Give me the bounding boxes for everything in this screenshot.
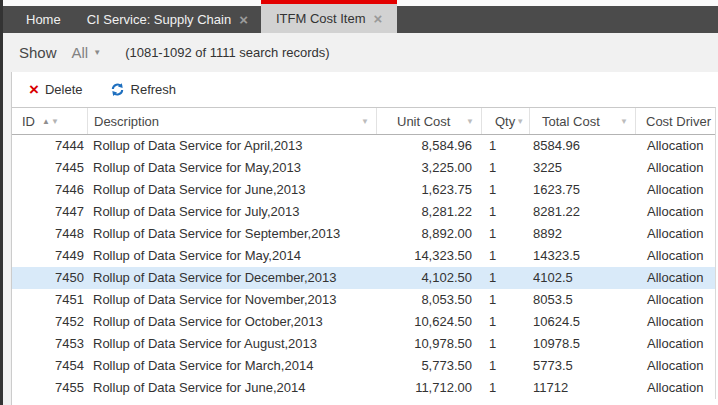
table-row[interactable]: 7454Rollup of Data Service for March,201… bbox=[12, 355, 715, 377]
column-header-qty[interactable]: Qty▼ bbox=[481, 108, 529, 134]
cell-id: 7452 bbox=[12, 311, 87, 333]
filter-icon[interactable]: ▼ bbox=[361, 117, 369, 126]
cell-cost_driver: Allocation bbox=[635, 377, 715, 399]
table-row-selected[interactable]: 7450Rollup of Data Service for December,… bbox=[12, 267, 715, 289]
cell-unit_cost: 11,712.00 bbox=[376, 377, 481, 399]
column-header-description[interactable]: Description▼ bbox=[87, 108, 376, 134]
cell-total_cost: 3225 bbox=[529, 157, 635, 179]
column-label: Description bbox=[94, 114, 159, 129]
cell-unit_cost: 14,323.50 bbox=[376, 245, 481, 267]
records-count: (1081-1092 of 1111 search records) bbox=[125, 45, 330, 60]
table-row[interactable]: 7448Rollup of Data Service for September… bbox=[12, 223, 715, 245]
cell-total_cost: 8281.22 bbox=[529, 201, 635, 223]
cell-unit_cost: 3,225.00 bbox=[376, 157, 481, 179]
delete-x-icon: × bbox=[29, 81, 39, 98]
cell-qty: 1 bbox=[481, 289, 529, 311]
refresh-icon bbox=[110, 82, 125, 97]
tab-home[interactable]: Home bbox=[13, 6, 74, 33]
table-row[interactable]: 7452Rollup of Data Service for October,2… bbox=[12, 311, 715, 333]
cell-id: 7446 bbox=[12, 179, 87, 201]
column-label: Unit Cost bbox=[397, 114, 450, 129]
cell-total_cost: 8892 bbox=[529, 223, 635, 245]
cell-description: Rollup of Data Service for November,2013 bbox=[87, 289, 376, 311]
cell-qty: 1 bbox=[481, 333, 529, 355]
tab-label: ITFM Cost Item bbox=[276, 11, 366, 26]
cell-cost_driver: Allocation bbox=[635, 157, 715, 179]
table-row[interactable]: 7451Rollup of Data Service for November,… bbox=[12, 289, 715, 311]
cell-total_cost: 14323.5 bbox=[529, 245, 635, 267]
cell-cost_driver: Allocation bbox=[635, 267, 715, 289]
cell-id: 7450 bbox=[12, 267, 87, 289]
cell-description: Rollup of Data Service for October,2013 bbox=[87, 311, 376, 333]
grid-header-row: ID▲▼Description▼Unit Cost▼Qty▼Total Cost… bbox=[12, 108, 715, 135]
cell-description: Rollup of Data Service for August,2013 bbox=[87, 333, 376, 355]
delete-button[interactable]: × Delete bbox=[29, 81, 83, 98]
cell-id: 7454 bbox=[12, 355, 87, 377]
sort-desc-icon[interactable]: ▼ bbox=[51, 117, 59, 126]
result-bar: Show All ▼ (1081-1092 of 1111 search rec… bbox=[3, 33, 718, 72]
table-row[interactable]: 7453Rollup of Data Service for August,20… bbox=[12, 333, 715, 355]
tab-label: CI Service: Supply Chain bbox=[87, 12, 232, 27]
content-panel: × Delete Refresh ID▲▼Description▼Unit Co… bbox=[11, 72, 718, 405]
cell-total_cost: 11712 bbox=[529, 377, 635, 399]
tab-bar: HomeCI Service: Supply Chain×ITFM Cost I… bbox=[3, 0, 718, 33]
toolbar: × Delete Refresh bbox=[12, 72, 718, 107]
cell-id: 7448 bbox=[12, 223, 87, 245]
cell-qty: 1 bbox=[481, 157, 529, 179]
table-row[interactable]: 7445Rollup of Data Service for May,20133… bbox=[12, 157, 715, 179]
filter-icon[interactable]: ▼ bbox=[516, 117, 524, 126]
cell-description: Rollup of Data Service for July,2013 bbox=[87, 201, 376, 223]
show-range-dropdown[interactable]: All bbox=[72, 44, 89, 61]
tab-bar-tabs: HomeCI Service: Supply Chain×ITFM Cost I… bbox=[3, 0, 718, 33]
dropdown-arrow-icon[interactable]: ▼ bbox=[93, 48, 101, 57]
cell-id: 7444 bbox=[12, 135, 87, 157]
filter-icon[interactable]: ▼ bbox=[466, 117, 474, 126]
column-header-total_cost[interactable]: Total Cost▼ bbox=[529, 108, 635, 134]
delete-button-label: Delete bbox=[45, 82, 83, 97]
cell-unit_cost: 10,978.50 bbox=[376, 333, 481, 355]
cell-unit_cost: 8,892.00 bbox=[376, 223, 481, 245]
tab-label: Home bbox=[26, 12, 61, 27]
table-row[interactable]: 7447Rollup of Data Service for July,2013… bbox=[12, 201, 715, 223]
cell-unit_cost: 5,773.50 bbox=[376, 355, 481, 377]
table-row[interactable]: 7446Rollup of Data Service for June,2013… bbox=[12, 179, 715, 201]
cell-cost_driver: Allocation bbox=[635, 245, 715, 267]
table-row[interactable]: 7455Rollup of Data Service for June,2014… bbox=[12, 377, 715, 399]
table-row[interactable]: 7449Rollup of Data Service for May,20141… bbox=[12, 245, 715, 267]
close-icon[interactable]: × bbox=[374, 11, 383, 26]
cell-total_cost: 5773.5 bbox=[529, 355, 635, 377]
cell-total_cost: 10624.5 bbox=[529, 311, 635, 333]
grid-body: 7444Rollup of Data Service for April,201… bbox=[12, 135, 715, 399]
cell-total_cost: 1623.75 bbox=[529, 179, 635, 201]
tab-itfm-cost-item[interactable]: ITFM Cost Item× bbox=[261, 0, 397, 33]
cell-qty: 1 bbox=[481, 135, 529, 157]
cell-id: 7449 bbox=[12, 245, 87, 267]
cell-description: Rollup of Data Service for June,2014 bbox=[87, 377, 376, 399]
cell-description: Rollup of Data Service for December,2013 bbox=[87, 267, 376, 289]
column-header-cost_driver[interactable]: Cost Driver bbox=[635, 108, 715, 134]
cell-cost_driver: Allocation bbox=[635, 223, 715, 245]
table-row[interactable]: 7444Rollup of Data Service for April,201… bbox=[12, 135, 715, 157]
tab-ci-service-supply-chain[interactable]: CI Service: Supply Chain× bbox=[74, 6, 261, 33]
cell-cost_driver: Allocation bbox=[635, 311, 715, 333]
sort-asc-icon[interactable]: ▲ bbox=[42, 117, 50, 126]
cell-qty: 1 bbox=[481, 245, 529, 267]
cell-id: 7445 bbox=[12, 157, 87, 179]
close-icon[interactable]: × bbox=[239, 12, 248, 27]
column-label: Cost Driver bbox=[646, 114, 711, 129]
cell-description: Rollup of Data Service for May,2013 bbox=[87, 157, 376, 179]
cell-unit_cost: 8,053.50 bbox=[376, 289, 481, 311]
column-label: Total Cost bbox=[542, 114, 600, 129]
cell-total_cost: 8053.5 bbox=[529, 289, 635, 311]
column-header-id[interactable]: ID▲▼ bbox=[12, 108, 87, 134]
filter-icon[interactable]: ▼ bbox=[620, 117, 628, 126]
cell-total_cost: 8584.96 bbox=[529, 135, 635, 157]
refresh-button[interactable]: Refresh bbox=[110, 82, 177, 97]
cell-id: 7447 bbox=[12, 201, 87, 223]
show-label: Show bbox=[19, 44, 57, 61]
cell-cost_driver: Allocation bbox=[635, 179, 715, 201]
column-header-unit_cost[interactable]: Unit Cost▼ bbox=[376, 108, 481, 134]
cell-id: 7455 bbox=[12, 377, 87, 399]
cell-description: Rollup of Data Service for March,2014 bbox=[87, 355, 376, 377]
cell-unit_cost: 8,584.96 bbox=[376, 135, 481, 157]
